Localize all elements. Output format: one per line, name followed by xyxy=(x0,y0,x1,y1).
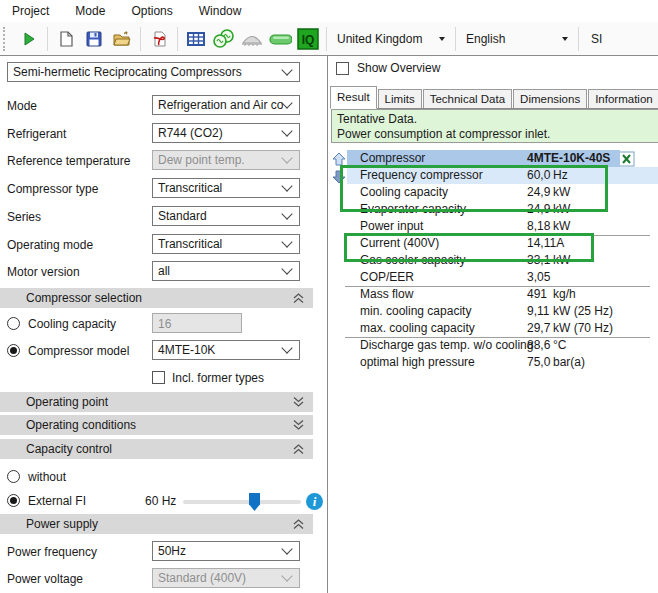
table-row[interactable]: Power input 8,18kW xyxy=(347,218,658,235)
iq-icon: IQ xyxy=(297,28,319,50)
table-row[interactable]: Compressor 4MTE-10K-40S xyxy=(347,150,620,167)
compressor-model-select[interactable]: 4MTE-10K xyxy=(152,340,300,360)
external-fi-radio[interactable] xyxy=(7,494,20,507)
power-voltage-select: Standard (400V) xyxy=(152,568,300,588)
incl-former-types-checkbox[interactable] xyxy=(152,371,165,384)
series-select[interactable]: Standard xyxy=(152,206,300,226)
compressor-model-radio[interactable] xyxy=(7,344,20,357)
reference-temperature-select: Dew point temp. xyxy=(152,150,300,170)
export-excel-icon[interactable] xyxy=(618,151,636,167)
result-row-value: 88,6 xyxy=(527,337,553,354)
operating-mode-select[interactable]: Transcritical xyxy=(152,234,300,254)
product-line-select[interactable]: Semi-hermetic Reciprocating Compressors xyxy=(7,62,300,82)
next-compressor-arrow-icon[interactable] xyxy=(332,170,346,184)
incl-former-types-label: Incl. former types xyxy=(172,367,264,389)
table-row[interactable]: Current (400V) 14,11A xyxy=(347,235,658,252)
section-operating-point[interactable]: Operating point xyxy=(0,392,313,412)
run-button[interactable] xyxy=(17,26,41,52)
chevron-down-icon xyxy=(281,236,292,247)
new-document-button[interactable] xyxy=(54,26,78,52)
table-row[interactable]: max. cooling capacity 29,7kW (70 Hz) xyxy=(347,320,658,337)
result-row-label: Discharge gas temp. w/o cooling xyxy=(360,337,533,354)
result-row-value: 29,7 xyxy=(527,320,553,337)
result-row-unit: kW (25 Hz) xyxy=(553,304,613,318)
toolbar-grip[interactable] xyxy=(3,27,9,51)
table-row[interactable]: Evaporator capacity 24,9kW xyxy=(347,201,658,218)
table-row[interactable]: Frequency compressor 60,0Hz xyxy=(347,167,658,184)
section-title: Operating point xyxy=(0,395,108,409)
mode-select[interactable]: Refrigeration and Air conditioning xyxy=(152,95,300,115)
table-row[interactable]: min. cooling capacity 9,11kW (25 Hz) xyxy=(347,303,658,320)
frequency-slider[interactable] xyxy=(183,500,301,504)
collapse-icon[interactable] xyxy=(292,518,305,530)
table-row[interactable]: optimal high pressure 75,0bar(a) xyxy=(347,354,658,371)
result-row-label: min. cooling capacity xyxy=(360,303,471,320)
table-row[interactable]: Gas cooler capacity 33,1kW xyxy=(347,252,658,269)
result-row-label: Compressor xyxy=(360,150,425,167)
expand-icon[interactable] xyxy=(292,396,305,408)
menu-window[interactable]: Window xyxy=(186,0,255,22)
motor-version-select[interactable]: all xyxy=(152,261,300,281)
table-view-button[interactable] xyxy=(184,26,208,52)
menu-options[interactable]: Options xyxy=(118,0,185,22)
result-tabbar: Result Limits Technical Data Dimensions … xyxy=(330,86,658,109)
chevron-down-icon xyxy=(281,152,292,163)
result-row-unit: bar(a) xyxy=(553,355,585,369)
bitzer-iq-button[interactable]: IQ xyxy=(296,26,320,52)
table-row[interactable]: Cooling capacity 24,9kW xyxy=(347,184,658,201)
units-select[interactable]: SI xyxy=(583,32,610,46)
compressor-type-select[interactable]: Transcritical xyxy=(152,178,300,198)
tab-dimensions[interactable]: Dimensions xyxy=(513,89,587,108)
section-title: Power supply xyxy=(0,517,98,531)
without-label: without xyxy=(28,466,66,488)
chevron-down-icon xyxy=(281,180,292,191)
language-select[interactable]: English xyxy=(460,27,574,51)
performance-curves-icon xyxy=(240,29,264,49)
previous-compressor-arrow-icon[interactable] xyxy=(332,152,346,166)
without-radio[interactable] xyxy=(7,470,20,483)
show-overview-checkbox[interactable] xyxy=(336,62,349,75)
cooling-capacity-radio[interactable] xyxy=(7,317,20,330)
menu-project[interactable]: Project xyxy=(0,0,62,22)
dropdown-arrow-icon xyxy=(439,37,445,41)
section-compressor-selection[interactable]: Compressor selection xyxy=(0,288,313,308)
export-pdf-button[interactable] xyxy=(147,26,171,52)
performance-curves-button[interactable] xyxy=(240,26,264,52)
section-title: Compressor selection xyxy=(0,291,142,305)
chevron-down-icon xyxy=(281,208,292,219)
region-select[interactable]: United Kingdom xyxy=(331,27,451,51)
table-row[interactable]: Discharge gas temp. w/o cooling 88,6°C xyxy=(347,337,658,354)
refrigerant-select[interactable]: R744 (CO2) xyxy=(152,123,300,143)
dropdown-arrow-icon xyxy=(562,37,568,41)
collapse-icon[interactable] xyxy=(292,443,305,455)
info-icon[interactable]: i xyxy=(306,493,323,510)
collapse-icon[interactable] xyxy=(292,292,305,304)
cooling-capacity-label: Cooling capacity xyxy=(28,313,116,335)
pressure-vessel-button[interactable] xyxy=(268,26,292,52)
toolbar-separator xyxy=(455,27,456,51)
product-line-row: Semi-hermetic Reciprocating Compressors xyxy=(0,62,327,84)
power-frequency-select[interactable]: 50Hz xyxy=(152,541,300,561)
reference-temperature-label: Reference temperature xyxy=(7,150,130,172)
compressor-type-value: Transcritical xyxy=(153,181,283,195)
operating-mode-label: Operating mode xyxy=(7,234,93,256)
result-row-value: 4MTE-10K-40S xyxy=(527,150,610,167)
section-operating-conditions[interactable]: Operating conditions xyxy=(0,415,313,435)
tab-technical-data[interactable]: Technical Data xyxy=(423,89,512,108)
tab-limits[interactable]: Limits xyxy=(378,89,422,108)
toolbar-separator xyxy=(47,27,48,51)
compressor-catalog-button[interactable] xyxy=(212,26,236,52)
save-button[interactable] xyxy=(82,26,106,52)
section-power-supply[interactable]: Power supply xyxy=(0,514,313,534)
panel-splitter[interactable] xyxy=(327,56,328,593)
expand-icon[interactable] xyxy=(292,419,305,431)
tab-result[interactable]: Result xyxy=(330,86,377,109)
result-row-value: 9,11 xyxy=(527,303,553,320)
table-row[interactable]: COP/EER 3,05 xyxy=(347,269,658,286)
table-row[interactable]: Mass flow 491kg/h xyxy=(347,286,658,303)
slider-handle[interactable] xyxy=(249,493,260,511)
section-capacity-control[interactable]: Capacity control xyxy=(0,439,313,459)
menu-mode[interactable]: Mode xyxy=(62,0,118,22)
open-button[interactable] xyxy=(110,26,134,52)
tab-information[interactable]: Information xyxy=(588,89,658,108)
